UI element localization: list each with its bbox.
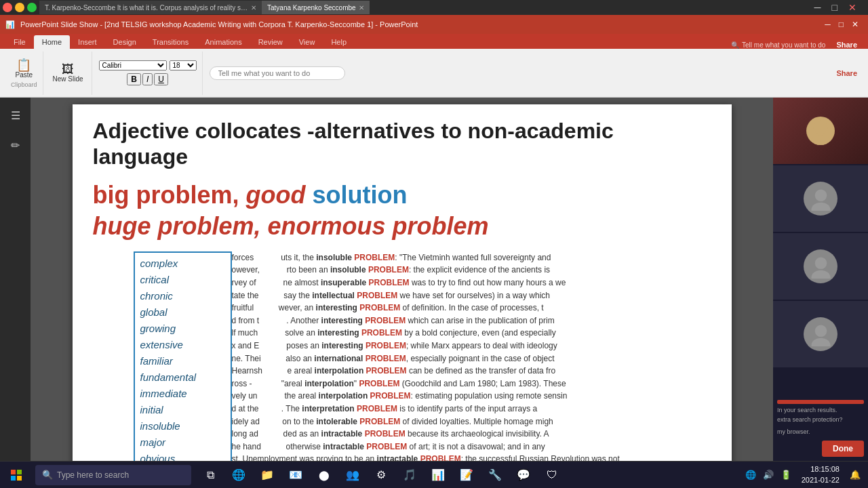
kw-6: interesting (321, 316, 363, 325)
notes-btn[interactable]: ✏ (3, 133, 28, 157)
italic-button[interactable]: I (142, 73, 153, 85)
avatar-4 (804, 317, 837, 351)
new-slide-icon: 🖼 (62, 63, 74, 75)
underline-button[interactable]: U (154, 73, 168, 85)
new-slide-label: New Slide (53, 75, 83, 83)
file-explorer-icon[interactable]: 📁 (254, 462, 281, 489)
tab-review[interactable]: Review (250, 35, 291, 49)
clock-time: 18:15:08 (802, 464, 840, 474)
taskbar-search-placeholder: Type here to search (57, 470, 129, 480)
ppt-close[interactable]: ✕ (848, 20, 863, 29)
kw-9: international (314, 354, 363, 363)
ppt-minimize[interactable]: ─ (821, 20, 835, 29)
participant-3-box (773, 233, 868, 301)
notifications-icon[interactable]: 🔔 (848, 470, 863, 480)
popup-item-complex[interactable]: complex (140, 256, 225, 272)
avatar-1 (806, 117, 835, 145)
popup-item-initial[interactable]: initial (140, 402, 225, 418)
kw-16: intractable (323, 442, 364, 451)
minimize-button[interactable] (15, 3, 24, 12)
svg-point-0 (814, 120, 828, 134)
popup-item-growing[interactable]: growing (140, 321, 225, 337)
popup-item-insoluble[interactable]: insoluble (140, 418, 225, 434)
avatar-3 (804, 249, 837, 283)
clipboard-group: 📋 Paste Clipboard (5, 52, 43, 95)
svg-point-6 (814, 325, 827, 337)
app-icon-7[interactable]: 🎵 (396, 462, 423, 489)
new-slide-button[interactable]: 🖼 New Slide (50, 62, 86, 84)
share-button[interactable]: Share (836, 41, 857, 49)
ppt-restore[interactable]: □ (835, 20, 848, 29)
chrome-icon[interactable]: ⬤ (311, 462, 338, 489)
slide-panel-toggle[interactable]: ☰ (3, 103, 28, 127)
edge-browser-icon[interactable]: 🌐 (225, 462, 252, 489)
taskbar-search[interactable]: 🔍 Type here to search (35, 465, 191, 485)
teams-icon[interactable]: 👥 (339, 462, 366, 489)
minimize-win[interactable]: ─ (811, 1, 825, 14)
tab-view[interactable]: View (291, 35, 323, 49)
adjective-popup-list[interactable]: complex critical chronic global growing … (134, 251, 232, 461)
avatar-2-icon (809, 187, 833, 211)
task-view-btn[interactable]: ⧉ (197, 462, 224, 489)
avatar-4-icon (809, 323, 833, 346)
network-icon[interactable]: 🌐 (743, 470, 758, 480)
close-win[interactable]: ✕ (845, 1, 860, 14)
text-row-1: forces uts it, the insoluble PROBLEM: "T… (232, 251, 711, 264)
tab-home[interactable]: Home (34, 35, 70, 49)
paste-label: Paste (15, 71, 33, 79)
maximize-button[interactable] (27, 3, 37, 12)
word-problem1: problem, (136, 181, 239, 209)
popup-item-major[interactable]: major (140, 434, 225, 451)
tab-animations[interactable]: Animations (197, 35, 250, 49)
start-button[interactable] (0, 462, 33, 489)
tab-help[interactable]: Help (323, 35, 355, 49)
popup-item-critical[interactable]: critical (140, 272, 225, 288)
tab-1-close[interactable]: ✕ (251, 4, 256, 12)
tab-file[interactable]: File (5, 35, 34, 49)
ribbon-content: 📋 Paste Clipboard 🖼 New Slide (0, 49, 868, 98)
font-size-select[interactable]: 18 (170, 60, 197, 70)
popup-item-extensive[interactable]: extensive (140, 337, 225, 353)
tab-design[interactable]: Design (105, 35, 144, 49)
email-icon[interactable]: 📧 (282, 462, 309, 489)
speaker-icon[interactable]: 🔊 (761, 470, 776, 480)
kw-2: insoluble (330, 265, 366, 274)
popup-item-global[interactable]: global (140, 304, 225, 321)
participant-1-box (773, 98, 868, 165)
slide-container[interactable]: Adjective collocates -alternatives to no… (31, 98, 773, 461)
restore-win[interactable]: □ (829, 1, 841, 14)
tab-2[interactable]: Tatyana Karpenko Seccombe ✕ (262, 1, 370, 14)
powerpoint-window: 📊 PowerPoint Slide Show - [2nd TELSIG wo… (0, 15, 868, 461)
app-icon-12[interactable]: 🛡 (538, 462, 566, 489)
tab-1[interactable]: T. Karpenko-Seccombe It is what it is. C… (39, 1, 262, 14)
done-button[interactable]: Done (822, 441, 864, 457)
popup-item-familiar[interactable]: familiar (140, 353, 225, 369)
windows-logo-icon (10, 469, 22, 481)
svg-point-2 (814, 189, 827, 201)
app-icon-11[interactable]: 💬 (510, 462, 537, 489)
font-family-select[interactable]: Calibri (99, 60, 167, 70)
app-icon-6[interactable]: ⚙ (368, 462, 395, 489)
system-clock[interactable]: 18:15:08 2021-01-22 (796, 464, 845, 485)
app-icon-8[interactable]: 📊 (425, 462, 452, 489)
tab-transitions[interactable]: Transitions (144, 35, 197, 49)
app-icon-9[interactable]: 📝 (453, 462, 480, 489)
popup-item-fundamental[interactable]: fundamental (140, 369, 225, 386)
avatar-3-icon (809, 255, 833, 279)
tab-insert[interactable]: Insert (70, 35, 105, 49)
app-icon-10[interactable]: 🔧 (481, 462, 509, 489)
close-button[interactable] (3, 3, 12, 12)
share-label[interactable]: Share (836, 69, 857, 77)
paste-button[interactable]: 📋 Paste (12, 58, 35, 80)
kw-15: intractable (321, 429, 363, 439)
battery-icon[interactable]: 🔋 (778, 470, 793, 480)
tell-me-input[interactable] (210, 66, 345, 80)
popup-item-obvious[interactable]: obvious (140, 451, 225, 461)
popup-item-immediate[interactable]: immediate (140, 386, 225, 402)
tab-2-close[interactable]: ✕ (359, 4, 364, 12)
word-big: big (93, 181, 130, 209)
popup-item-chronic[interactable]: chronic (140, 288, 225, 304)
bold-button[interactable]: B (127, 73, 141, 85)
text-row-7: lf much solve an interesting PROBLEM by … (232, 327, 711, 340)
text-row-5: fruitful wever, an interesting PROBLEM o… (232, 302, 711, 314)
